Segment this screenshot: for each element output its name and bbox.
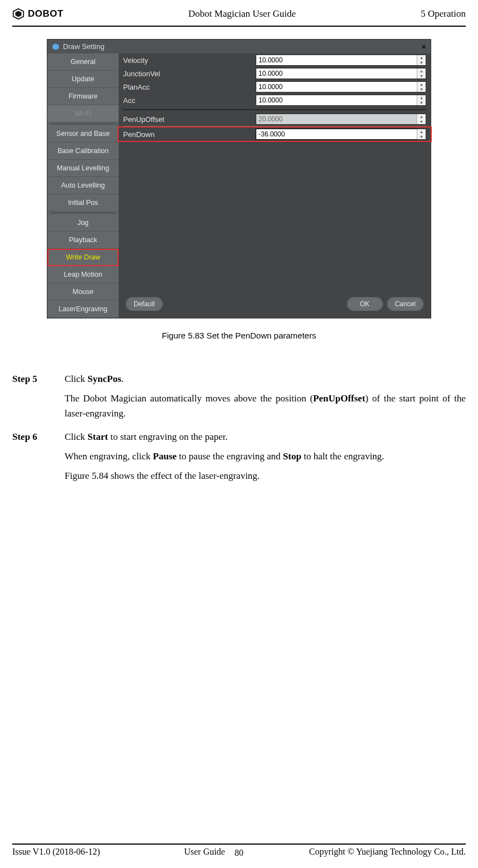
close-icon[interactable]: × — [421, 42, 426, 51]
dialog-title: Draw Setting — [63, 42, 104, 51]
document-body: Step 5 Click SyncPos. The Dobot Magician… — [0, 371, 478, 488]
step-6-line-2: When engraving, click Pause to pause the… — [65, 449, 466, 464]
acc-stepper[interactable]: ▲▼ — [256, 95, 426, 106]
param-row-acc: Acc ▲▼ — [119, 94, 431, 107]
sidebar-item-wifi[interactable]: Wi-Fi — [47, 105, 119, 122]
sidebar-item-leap-motion[interactable]: Leap Motion — [47, 266, 119, 283]
brand-logo-icon — [12, 8, 25, 20]
sidebar-item-mouse[interactable]: Mouse — [47, 283, 119, 301]
cancel-button[interactable]: Cancel — [387, 297, 424, 311]
chevron-up-icon[interactable]: ▲ — [417, 95, 426, 100]
sidebar-item-base-calibration[interactable]: Base Calibration — [47, 143, 119, 160]
stepper-buttons[interactable]: ▲▼ — [417, 55, 426, 65]
stepper-buttons[interactable]: ▲▼ — [417, 95, 426, 105]
draw-setting-dialog: Draw Setting × General Update Firmware W… — [47, 39, 431, 318]
param-row-pendown: PenDown ▲▼ — [119, 127, 431, 141]
brand-logo-text: DOBOT — [28, 8, 64, 19]
sidebar-item-general[interactable]: General — [47, 53, 119, 71]
param-label: PlanAcc — [123, 83, 251, 91]
step-6: Step 6 Click Start to start engraving on… — [12, 429, 466, 488]
param-row-penupoffset: PenUpOffset ▲▼ — [119, 112, 431, 126]
ok-button[interactable]: OK — [347, 297, 383, 311]
stepper-buttons[interactable]: ▲▼ — [417, 114, 426, 124]
default-button[interactable]: Default — [125, 297, 163, 311]
param-label: PenUpOffset — [123, 115, 251, 124]
sidebar-item-jog[interactable]: Jog — [47, 214, 119, 232]
page-number: 80 — [0, 848, 478, 858]
penupoffset-stepper[interactable]: ▲▼ — [256, 114, 426, 125]
junctionvel-stepper[interactable]: ▲▼ — [256, 68, 426, 79]
dialog-button-bar: Default OK Cancel — [119, 292, 431, 318]
chevron-down-icon[interactable]: ▼ — [417, 134, 426, 139]
planacc-stepper[interactable]: ▲▼ — [256, 81, 426, 92]
sidebar-item-sensor-base[interactable]: Sensor and Base — [47, 125, 119, 143]
stop-term: Stop — [283, 451, 301, 462]
chevron-down-icon[interactable]: ▼ — [417, 87, 426, 92]
sidebar-item-playback[interactable]: Playback — [47, 232, 119, 249]
step-6-line-1: Click Start to start engraving on the pa… — [65, 429, 466, 444]
step-label: Step 5 — [12, 371, 50, 426]
sidebar-item-firmware[interactable]: Firmware — [47, 88, 119, 105]
sidebar-item-manual-levelling[interactable]: Manual Levelling — [47, 160, 119, 177]
acc-input[interactable] — [256, 95, 417, 105]
svg-marker-2 — [52, 43, 59, 50]
param-label: PenDown — [123, 130, 251, 139]
planacc-input[interactable] — [256, 82, 417, 92]
pause-term: Pause — [153, 451, 177, 462]
param-divider — [123, 126, 426, 126]
sidebar-item-laser-engraving[interactable]: LaserEngraving — [47, 301, 119, 318]
velocity-stepper[interactable]: ▲▼ — [256, 55, 426, 66]
footer-rule — [12, 844, 466, 845]
step-5: Step 5 Click SyncPos. The Dobot Magician… — [12, 371, 466, 426]
syncpos-term: SyncPos — [87, 374, 121, 384]
chevron-up-icon[interactable]: ▲ — [417, 129, 426, 134]
pendown-input[interactable] — [256, 129, 417, 139]
chevron-down-icon[interactable]: ▼ — [417, 60, 426, 65]
text: to halt the engraving. — [301, 451, 384, 462]
start-term: Start — [87, 431, 108, 442]
header-section-title: 5 Operation — [421, 8, 466, 19]
sidebar-item-initial-pos[interactable]: Initial Pos — [47, 194, 119, 212]
chevron-up-icon[interactable]: ▲ — [417, 82, 426, 87]
chevron-down-icon[interactable]: ▼ — [417, 73, 426, 79]
settings-sidebar: General Update Firmware Wi-Fi Sensor and… — [47, 53, 119, 318]
sidebar-divider — [51, 124, 115, 124]
penupoffset-term: PenUpOffset — [313, 393, 365, 404]
text: The Dobot Magician automatically moves a… — [65, 393, 313, 404]
chevron-up-icon[interactable]: ▲ — [417, 114, 426, 119]
chevron-down-icon[interactable]: ▼ — [417, 119, 426, 124]
page-header: DOBOT Dobot Magician User Guide 5 Operat… — [0, 0, 478, 23]
sidebar-item-write-draw[interactable]: Write Draw — [47, 249, 119, 266]
sidebar-divider — [51, 213, 115, 213]
figure-caption: Figure 5.83 Set the PenDown parameters — [47, 331, 431, 340]
text: Click — [65, 431, 87, 442]
app-title-icon — [52, 43, 60, 51]
step-label: Step 6 — [12, 429, 50, 488]
param-label: Velocity — [123, 56, 251, 65]
step-5-line-2: The Dobot Magician automatically moves a… — [65, 391, 466, 421]
chevron-up-icon[interactable]: ▲ — [417, 68, 426, 73]
sidebar-item-auto-levelling[interactable]: Auto Levelling — [47, 177, 119, 194]
stepper-buttons[interactable]: ▲▼ — [417, 68, 426, 79]
junctionvel-input[interactable] — [256, 68, 417, 79]
figure-screenshot: Draw Setting × General Update Firmware W… — [47, 39, 431, 340]
param-divider — [123, 109, 426, 110]
logo-block: DOBOT — [12, 8, 64, 20]
chevron-down-icon[interactable]: ▼ — [417, 100, 426, 105]
sidebar-item-update[interactable]: Update — [47, 71, 119, 88]
param-row-velocity: Velocity ▲▼ — [119, 53, 431, 67]
param-row-planacc: PlanAcc ▲▼ — [119, 80, 431, 94]
param-label: Acc — [123, 96, 251, 105]
text: When engraving, click — [65, 451, 153, 462]
velocity-input[interactable] — [256, 55, 417, 65]
param-label: JunctionVel — [123, 70, 251, 78]
chevron-up-icon[interactable]: ▲ — [417, 55, 426, 60]
param-row-junctionvel: JunctionVel ▲▼ — [119, 67, 431, 80]
stepper-buttons[interactable]: ▲▼ — [417, 82, 426, 92]
step-6-line-3: Figure 5.84 shows the effect of the lase… — [65, 468, 466, 483]
pendown-stepper[interactable]: ▲▼ — [256, 129, 426, 140]
text: . — [121, 374, 124, 384]
settings-pane: Velocity ▲▼ JunctionVel ▲▼ PlanAcc — [119, 53, 431, 318]
penupoffset-input[interactable] — [256, 114, 417, 124]
stepper-buttons[interactable]: ▲▼ — [417, 129, 426, 139]
